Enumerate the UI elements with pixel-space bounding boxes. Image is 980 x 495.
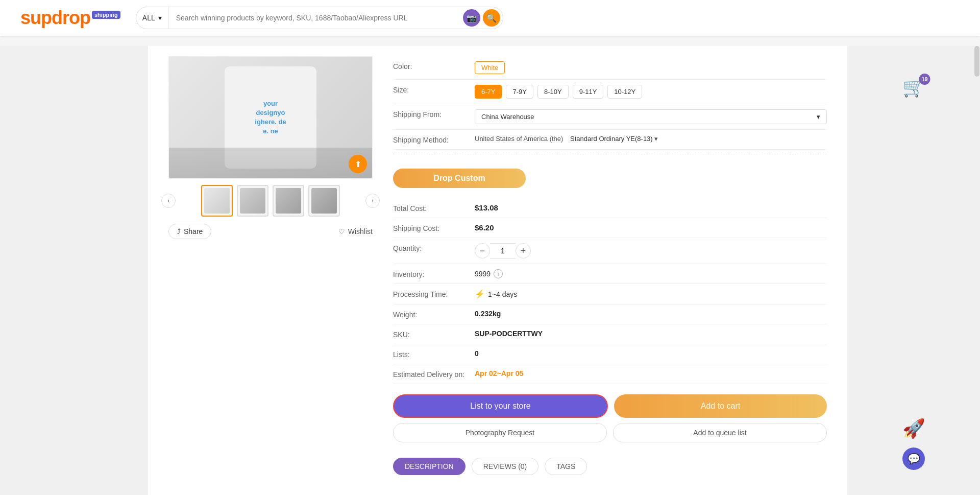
search-dropdown[interactable]: ALL ▾	[136, 7, 168, 29]
quantity-row: Quantity: − +	[393, 238, 827, 264]
size-options: 6-7Y 7-9Y 8-10Y 9-11Y 10-12Y	[475, 85, 827, 99]
header: supdrop shipping ALL ▾ 📷 🔍	[0, 0, 980, 36]
size-6-7y-button[interactable]: 6-7Y	[475, 85, 502, 99]
logo-badge: shipping	[92, 11, 120, 19]
upload-badge[interactable]: ⬆	[349, 155, 367, 173]
primary-actions: List to your store Add to cart	[393, 394, 827, 418]
rocket-icon: 🚀	[902, 418, 925, 439]
size-row: Size: 6-7Y 7-9Y 8-10Y 9-11Y 10-12Y	[393, 80, 827, 104]
color-white-button[interactable]: White	[475, 61, 505, 74]
share-button[interactable]: ⤴ Share	[168, 224, 211, 239]
add-to-cart-button[interactable]: Add to cart	[614, 394, 827, 418]
processing-time-value: ⚡ 1~4 days	[475, 289, 827, 299]
lightning-icon: ⚡	[475, 289, 485, 299]
quantity-decrease-button[interactable]: −	[475, 243, 490, 258]
camera-search-button[interactable]: 📷	[463, 9, 480, 27]
inventory-label: Inventory:	[393, 269, 475, 278]
quantity-increase-button[interactable]: +	[516, 243, 531, 258]
shipping-method-row: Shipping Method: United States of Americ…	[393, 130, 827, 150]
add-to-queue-list-button[interactable]: Add to queue list	[613, 423, 827, 442]
quantity-control: − +	[475, 243, 827, 258]
drop-custom-button[interactable]: Drop Custom	[393, 169, 526, 188]
chevron-down-icon: ▾	[817, 113, 820, 121]
total-cost-row: Total Cost: $13.08	[393, 198, 827, 218]
scrollbar-thumb[interactable]	[974, 46, 979, 77]
size-10-12y-button[interactable]: 10-12Y	[607, 85, 642, 99]
lists-row: Lists: 0	[393, 344, 827, 364]
total-cost-label: Total Cost:	[393, 203, 475, 213]
inventory-info-icon[interactable]: i	[494, 269, 503, 278]
shipping-cost-row: Shipping Cost: $6.20	[393, 218, 827, 238]
gallery-actions: ⤴ Share ♡ Wishlist	[168, 224, 373, 239]
search-bar: ALL ▾ 📷 🔍	[136, 7, 503, 29]
main-content: yourdesignyoighere. dee. ne ⬆ ‹ ›	[0, 36, 980, 495]
drop-custom-section: Drop Custom	[393, 158, 827, 198]
thumbnail-2[interactable]	[273, 185, 304, 217]
shipping-method-label: Shipping Method:	[393, 135, 475, 144]
chat-icon: 💬	[908, 453, 920, 465]
thumbnail-3[interactable]	[308, 185, 340, 217]
gallery-prev-arrow[interactable]: ‹	[161, 194, 176, 208]
product-details: Color: White Size: 6-7Y 7-9Y 8-10Y	[388, 56, 827, 475]
weight-row: Weight: 0.232kg	[393, 304, 827, 324]
shipping-from-dropdown[interactable]: China Warehouse ▾	[475, 109, 827, 124]
logo: supdrop shipping	[20, 7, 120, 29]
delivery-label: Estimated Delivery on:	[393, 369, 475, 379]
scrollbar-track	[974, 46, 980, 495]
main-product-image: yourdesignyoighere. dee. ne ⬆	[168, 56, 373, 179]
lists-label: Lists:	[393, 349, 475, 359]
search-input[interactable]	[168, 14, 463, 22]
sku-value: SUP-PODCERTTWY	[475, 329, 827, 338]
search-icons: 📷 🔍	[463, 9, 503, 27]
thumbnails: ‹ ›	[168, 185, 373, 217]
gallery-next-arrow[interactable]: ›	[365, 194, 380, 208]
delivery-value: Apr 02~Apr 05	[475, 369, 827, 378]
size-8-10y-button[interactable]: 8-10Y	[537, 85, 569, 99]
total-cost-value: $13.08	[475, 203, 827, 212]
color-row: Color: White	[393, 56, 827, 80]
sku-label: SKU:	[393, 329, 475, 339]
inventory-row: Inventory: 9999 i	[393, 264, 827, 284]
tab-description[interactable]: DESCRIPTION	[393, 458, 465, 475]
size-label: Size:	[393, 85, 475, 94]
size-9-11y-button[interactable]: 9-11Y	[573, 85, 604, 99]
list-to-store-button[interactable]: List to your store	[393, 394, 608, 418]
tab-tags[interactable]: TAGS	[545, 458, 587, 475]
quantity-input[interactable]	[490, 243, 516, 258]
processing-time-label: Processing Time:	[393, 289, 475, 298]
bottom-tabs: DESCRIPTION REVIEWS (0) TAGS	[393, 458, 827, 475]
left-sidebar	[0, 46, 148, 495]
shipping-method-value: United States of America (the) Standard …	[475, 135, 827, 143]
color-options: White	[475, 61, 827, 74]
share-icon: ⤴	[177, 227, 181, 235]
thumbnail-1[interactable]	[237, 185, 268, 217]
chevron-down-icon: ▾	[654, 135, 658, 143]
color-label: Color:	[393, 61, 475, 70]
processing-time-row: Processing Time: ⚡ 1~4 days	[393, 284, 827, 304]
size-7-9y-button[interactable]: 7-9Y	[506, 85, 533, 99]
quantity-label: Quantity:	[393, 243, 475, 252]
product-text-overlay: yourdesignyoighere. dee. ne	[251, 95, 290, 140]
cart-badge: 19	[919, 74, 930, 85]
delivery-row: Estimated Delivery on: Apr 02~Apr 05	[393, 364, 827, 384]
photography-request-button[interactable]: Photography Request	[393, 423, 607, 442]
search-button[interactable]: 🔍	[483, 9, 500, 27]
tab-reviews[interactable]: REVIEWS (0)	[472, 458, 539, 475]
product-mockup: yourdesignyoighere. dee. ne	[169, 57, 372, 178]
shipping-from-value: China Warehouse ▾	[475, 109, 827, 124]
chevron-down-icon: ▾	[158, 14, 162, 22]
weight-value: 0.232kg	[475, 310, 827, 318]
inventory-value: 9999 i	[475, 269, 827, 278]
weight-label: Weight:	[393, 310, 475, 319]
shipping-cost-label: Shipping Cost:	[393, 223, 475, 232]
secondary-actions: Photography Request Add to queue list	[393, 423, 827, 442]
wishlist-button[interactable]: ♡ Wishlist	[338, 227, 373, 235]
chat-widget[interactable]: 💬	[902, 447, 925, 470]
thumbnail-0[interactable]	[201, 185, 233, 217]
heart-icon: ♡	[338, 227, 345, 235]
cart-widget: 🛒 19	[902, 77, 925, 98]
right-sidebar: 🛒 19 🚀 💬	[847, 46, 980, 495]
divider	[393, 154, 827, 154]
action-buttons: List to your store Add to cart Photograp…	[393, 394, 827, 442]
rocket-widget[interactable]: 🚀	[902, 418, 925, 439]
